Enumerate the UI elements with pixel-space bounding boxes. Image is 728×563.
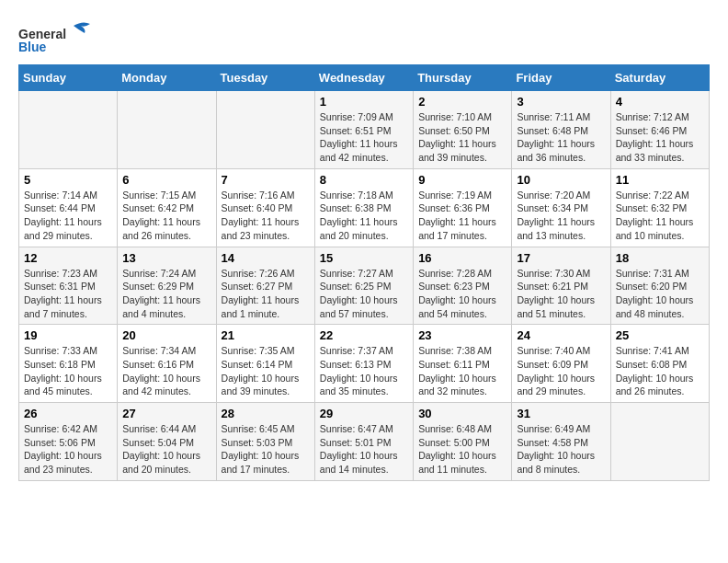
calendar-cell: 16Sunrise: 7:28 AM Sunset: 6:23 PM Dayli… [414,247,512,325]
calendar-cell: 4Sunrise: 7:12 AM Sunset: 6:46 PM Daylig… [610,91,709,169]
day-number: 28 [222,407,310,420]
calendar-cell: 5Sunrise: 7:14 AM Sunset: 6:44 PM Daylig… [19,168,118,247]
logo-svg: General Blue [18,18,101,55]
day-number: 7 [222,173,310,187]
day-number: 23 [418,328,506,342]
day-content: Sunrise: 7:14 AM Sunset: 6:44 PM Dayligh… [24,189,112,243]
calendar-cell: 26Sunrise: 6:42 AM Sunset: 5:06 PM Dayli… [19,403,118,481]
day-number: 25 [616,328,704,342]
day-content: Sunrise: 7:11 AM Sunset: 6:48 PM Dayligh… [517,110,605,165]
day-content: Sunrise: 7:10 AM Sunset: 6:50 PM Dayligh… [418,110,506,165]
day-content: Sunrise: 7:19 AM Sunset: 6:36 PM Dayligh… [418,189,506,243]
calendar-week-row: 1Sunrise: 7:09 AM Sunset: 6:51 PM Daylig… [19,91,710,169]
calendar-cell: 23Sunrise: 7:38 AM Sunset: 6:11 PM Dayli… [414,325,512,403]
calendar-cell [19,91,118,169]
calendar-cell: 31Sunrise: 6:49 AM Sunset: 4:58 PM Dayli… [512,403,610,481]
calendar-cell: 22Sunrise: 7:37 AM Sunset: 6:13 PM Dayli… [314,325,413,403]
day-number: 27 [122,407,210,420]
day-number: 11 [616,173,704,187]
day-content: Sunrise: 7:26 AM Sunset: 6:27 PM Dayligh… [222,267,310,321]
day-content: Sunrise: 6:45 AM Sunset: 5:03 PM Dayligh… [222,422,310,477]
day-number: 1 [320,95,408,109]
day-content: Sunrise: 7:40 AM Sunset: 6:09 PM Dayligh… [517,344,605,398]
calendar-week-row: 12Sunrise: 7:23 AM Sunset: 6:31 PM Dayli… [19,247,710,325]
day-content: Sunrise: 7:33 AM Sunset: 6:18 PM Dayligh… [24,344,112,398]
logo: General Blue [18,18,101,55]
day-content: Sunrise: 7:20 AM Sunset: 6:34 PM Dayligh… [517,189,605,243]
day-number: 3 [517,95,605,109]
day-header-saturday: Saturday [610,65,709,91]
calendar-cell [118,91,216,169]
day-content: Sunrise: 7:09 AM Sunset: 6:51 PM Dayligh… [320,110,408,165]
calendar-cell: 14Sunrise: 7:26 AM Sunset: 6:27 PM Dayli… [216,247,314,325]
calendar-cell: 2Sunrise: 7:10 AM Sunset: 6:50 PM Daylig… [414,91,512,169]
day-number: 19 [24,328,112,342]
calendar-cell [610,403,709,481]
calendar-cell: 3Sunrise: 7:11 AM Sunset: 6:48 PM Daylig… [512,91,610,169]
calendar-cell: 25Sunrise: 7:41 AM Sunset: 6:08 PM Dayli… [610,325,709,403]
day-content: Sunrise: 7:38 AM Sunset: 6:11 PM Dayligh… [418,344,506,398]
calendar-cell: 24Sunrise: 7:40 AM Sunset: 6:09 PM Dayli… [512,325,610,403]
calendar-cell: 15Sunrise: 7:27 AM Sunset: 6:25 PM Dayli… [314,247,413,325]
day-content: Sunrise: 6:42 AM Sunset: 5:06 PM Dayligh… [24,422,112,477]
day-header-thursday: Thursday [414,65,512,91]
day-content: Sunrise: 7:34 AM Sunset: 6:16 PM Dayligh… [122,344,210,398]
day-content: Sunrise: 7:15 AM Sunset: 6:42 PM Dayligh… [122,189,210,243]
day-number: 26 [24,407,112,420]
calendar-cell: 18Sunrise: 7:31 AM Sunset: 6:20 PM Dayli… [610,247,709,325]
day-number: 20 [122,328,210,342]
day-content: Sunrise: 7:28 AM Sunset: 6:23 PM Dayligh… [418,267,506,321]
day-number: 2 [418,95,506,109]
day-number: 18 [616,251,704,265]
day-number: 14 [222,251,310,265]
calendar-week-row: 5Sunrise: 7:14 AM Sunset: 6:44 PM Daylig… [19,168,710,247]
day-header-monday: Monday [118,65,216,91]
calendar-cell: 21Sunrise: 7:35 AM Sunset: 6:14 PM Dayli… [216,325,314,403]
calendar-header-row: SundayMondayTuesdayWednesdayThursdayFrid… [19,65,710,91]
day-header-sunday: Sunday [19,65,118,91]
day-number: 9 [418,173,506,187]
calendar-cell: 28Sunrise: 6:45 AM Sunset: 5:03 PM Dayli… [216,403,314,481]
day-number: 17 [517,251,605,265]
calendar-week-row: 19Sunrise: 7:33 AM Sunset: 6:18 PM Dayli… [19,325,710,403]
day-content: Sunrise: 7:12 AM Sunset: 6:46 PM Dayligh… [616,110,704,165]
day-header-friday: Friday [512,65,610,91]
day-content: Sunrise: 7:27 AM Sunset: 6:25 PM Dayligh… [320,267,408,321]
day-content: Sunrise: 6:49 AM Sunset: 4:58 PM Dayligh… [517,422,605,477]
day-number: 6 [122,173,210,187]
day-content: Sunrise: 7:24 AM Sunset: 6:29 PM Dayligh… [122,267,210,321]
day-number: 24 [517,328,605,342]
calendar-table: SundayMondayTuesdayWednesdayThursdayFrid… [18,64,710,481]
day-content: Sunrise: 7:37 AM Sunset: 6:13 PM Dayligh… [320,344,408,398]
svg-text:Blue: Blue [18,40,47,54]
calendar-cell: 7Sunrise: 7:16 AM Sunset: 6:40 PM Daylig… [216,168,314,247]
calendar-cell: 10Sunrise: 7:20 AM Sunset: 6:34 PM Dayli… [512,168,610,247]
calendar-cell: 6Sunrise: 7:15 AM Sunset: 6:42 PM Daylig… [118,168,216,247]
calendar-cell: 11Sunrise: 7:22 AM Sunset: 6:32 PM Dayli… [610,168,709,247]
day-content: Sunrise: 7:31 AM Sunset: 6:20 PM Dayligh… [616,267,704,321]
day-number: 30 [418,407,506,420]
day-number: 12 [24,251,112,265]
day-header-wednesday: Wednesday [314,65,413,91]
day-content: Sunrise: 7:16 AM Sunset: 6:40 PM Dayligh… [222,189,310,243]
calendar-cell: 30Sunrise: 6:48 AM Sunset: 5:00 PM Dayli… [414,403,512,481]
day-content: Sunrise: 6:48 AM Sunset: 5:00 PM Dayligh… [418,422,506,477]
calendar-cell: 12Sunrise: 7:23 AM Sunset: 6:31 PM Dayli… [19,247,118,325]
day-number: 15 [320,251,408,265]
day-number: 4 [616,95,704,109]
calendar-cell: 19Sunrise: 7:33 AM Sunset: 6:18 PM Dayli… [19,325,118,403]
calendar-cell: 17Sunrise: 7:30 AM Sunset: 6:21 PM Dayli… [512,247,610,325]
calendar-cell [216,91,314,169]
calendar-week-row: 26Sunrise: 6:42 AM Sunset: 5:06 PM Dayli… [19,403,710,481]
day-number: 10 [517,173,605,187]
day-number: 22 [320,328,408,342]
calendar-cell: 27Sunrise: 6:44 AM Sunset: 5:04 PM Dayli… [118,403,216,481]
day-number: 21 [222,328,310,342]
day-number: 8 [320,173,408,187]
day-number: 31 [517,407,605,420]
day-number: 5 [24,173,112,187]
day-content: Sunrise: 7:41 AM Sunset: 6:08 PM Dayligh… [616,344,704,398]
day-content: Sunrise: 7:30 AM Sunset: 6:21 PM Dayligh… [517,267,605,321]
calendar-cell: 8Sunrise: 7:18 AM Sunset: 6:38 PM Daylig… [314,168,413,247]
day-content: Sunrise: 7:22 AM Sunset: 6:32 PM Dayligh… [616,189,704,243]
